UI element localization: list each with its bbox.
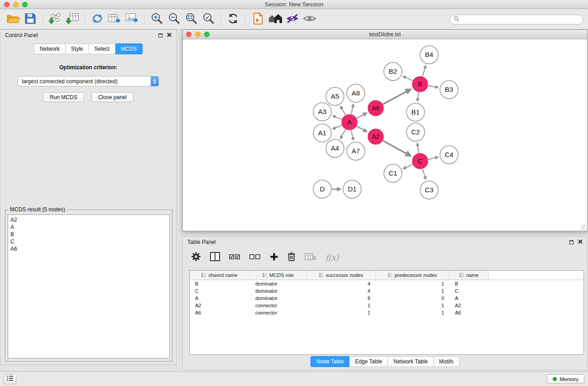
close-panel-button[interactable]: Close panel: [91, 92, 134, 102]
table-row[interactable]: Cdominator41C: [190, 287, 583, 295]
table-cell[interactable]: A6: [190, 310, 250, 315]
show-panels-button[interactable]: [267, 11, 284, 28]
mcds-result-item[interactable]: A: [10, 224, 167, 231]
sort-icon[interactable]: [263, 273, 267, 277]
table-cell[interactable]: A2: [190, 303, 250, 308]
export-network-button[interactable]: [89, 11, 106, 28]
sort-icon[interactable]: [201, 273, 206, 277]
graph-edge-A-A5[interactable]: [340, 106, 345, 115]
table-cell[interactable]: dominator: [250, 295, 307, 301]
graph-edge-A-A3[interactable]: [333, 116, 342, 119]
table-cell[interactable]: C: [449, 288, 489, 294]
node-table[interactable]: shared nameMCDS rolesuccessor nodesprede…: [189, 270, 584, 355]
table-row[interactable]: Bdominator41B: [190, 280, 583, 287]
graph-edge-C-C3[interactable]: [422, 169, 425, 179]
table-cell[interactable]: B: [190, 281, 250, 286]
export-image-button[interactable]: [123, 11, 140, 28]
table-cell[interactable]: connector: [250, 303, 307, 308]
save-session-button[interactable]: [22, 11, 39, 28]
graph-node-A1[interactable]: A1: [313, 124, 331, 142]
graph-edge-C-C2[interactable]: [417, 143, 419, 153]
table-cell[interactable]: A6: [449, 310, 489, 315]
zoom-view-button[interactable]: [204, 32, 210, 37]
function-builder-button[interactable]: f(x): [325, 253, 339, 262]
tab-node-table[interactable]: Node Table: [311, 356, 350, 367]
minimize-window-button[interactable]: [13, 2, 19, 7]
graph-edge-C-C4[interactable]: [428, 157, 438, 159]
column-header-predecessor-nodes[interactable]: predecessor nodes: [376, 271, 449, 280]
graph-edge-B-B4[interactable]: [422, 66, 425, 76]
table-cell[interactable]: A: [190, 295, 250, 301]
graph-edge-A-A1[interactable]: [333, 125, 342, 129]
column-header-name[interactable]: name: [449, 271, 489, 280]
mcds-result-list[interactable]: A2ABCA6: [8, 214, 170, 358]
graph-edge-B-B1[interactable]: [417, 92, 419, 101]
table-cell[interactable]: 4: [307, 281, 376, 286]
table-cell[interactable]: C: [190, 288, 250, 294]
zoom-in-button[interactable]: [148, 11, 165, 28]
delete-table-button[interactable]: [305, 253, 316, 262]
tab-motifs[interactable]: Motifs: [434, 356, 459, 367]
close-window-button[interactable]: [4, 2, 10, 7]
graph-node-C[interactable]: C: [412, 153, 428, 169]
table-cell[interactable]: 1: [307, 310, 376, 315]
tab-network-table[interactable]: Network Table: [388, 356, 434, 367]
mcds-result-item[interactable]: B: [10, 231, 167, 238]
graph-edge-A-A2[interactable]: [357, 126, 367, 132]
minimize-view-button[interactable]: [195, 32, 201, 37]
zoom-fit-button[interactable]: [182, 11, 200, 28]
network-canvas[interactable]: AA6A2BCA5A8A3A1A4A7B2B4B3B1C2C4C1C3DD1: [183, 39, 587, 231]
show-column-button[interactable]: [210, 252, 220, 263]
tab-network[interactable]: Network: [34, 43, 66, 54]
graph-node-C2[interactable]: C2: [406, 123, 425, 141]
graph-edge-A2-C[interactable]: [383, 141, 411, 156]
graph-node-A3[interactable]: A3: [313, 103, 331, 121]
graph-edge-A-A8[interactable]: [351, 104, 354, 114]
close-panel-icon[interactable]: [578, 239, 583, 245]
graph-node-A2[interactable]: A2: [368, 129, 383, 144]
table-cell[interactable]: 4: [307, 288, 376, 294]
show-graphics-button[interactable]: [301, 11, 318, 28]
graph-node-D[interactable]: D: [313, 180, 331, 198]
table-row[interactable]: A6connector11A6: [190, 309, 583, 316]
export-table-button[interactable]: [106, 11, 123, 28]
sort-icon[interactable]: [388, 273, 392, 277]
column-header-successor-nodes[interactable]: successor nodes: [307, 271, 376, 280]
graph-node-A[interactable]: A: [342, 114, 357, 130]
table-cell[interactable]: A: [449, 295, 489, 301]
graph-edge-A6-B[interactable]: [383, 90, 411, 105]
table-cell[interactable]: 8: [307, 295, 376, 301]
table-cell[interactable]: 1: [376, 303, 449, 308]
graph-node-B[interactable]: B: [412, 76, 428, 92]
table-settings-button[interactable]: [191, 252, 201, 263]
graph-edge-B-B3[interactable]: [428, 86, 438, 87]
graph-edge-A-A7[interactable]: [351, 130, 354, 140]
table-row[interactable]: A2connector11A2: [190, 302, 583, 309]
tab-style[interactable]: Style: [66, 43, 89, 54]
delete-column-button[interactable]: [287, 252, 296, 263]
table-cell[interactable]: connector: [250, 310, 307, 315]
table-cell[interactable]: B: [449, 281, 489, 286]
graph-node-B4[interactable]: B4: [420, 46, 438, 64]
table-cell[interactable]: 1: [376, 281, 449, 286]
tab-edge-table[interactable]: Edge Table: [349, 356, 388, 367]
task-history-button[interactable]: [4, 374, 16, 384]
table-cell[interactable]: dominator: [250, 288, 307, 294]
import-network-button[interactable]: [47, 11, 64, 28]
graph-node-B3[interactable]: B3: [440, 81, 458, 99]
search-input[interactable]: [462, 16, 579, 23]
zoom-selected-button[interactable]: [200, 11, 217, 28]
graph-node-B2[interactable]: B2: [384, 62, 402, 81]
graph-node-C1[interactable]: C1: [384, 164, 402, 182]
mcds-result-item[interactable]: C: [10, 238, 167, 245]
graph-edge-A-A6[interactable]: [357, 113, 367, 119]
close-view-button[interactable]: [186, 32, 191, 37]
sort-icon[interactable]: [319, 273, 324, 277]
mcds-result-item[interactable]: A6: [10, 245, 167, 253]
table-row[interactable]: Adominator80A: [190, 295, 583, 302]
table-cell[interactable]: 0: [376, 295, 449, 301]
graph-edge-B-B2[interactable]: [403, 76, 413, 81]
zoom-out-button[interactable]: [165, 11, 182, 28]
graph-edge-C-C1[interactable]: [403, 164, 413, 168]
graph-node-B1[interactable]: B1: [406, 103, 425, 121]
